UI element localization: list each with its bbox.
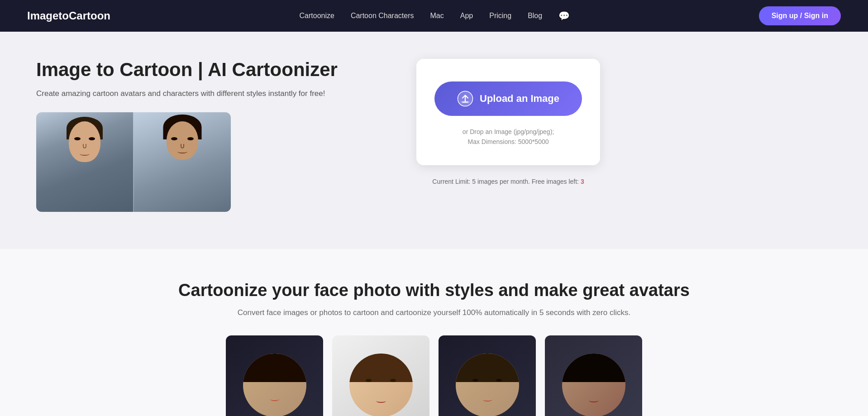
nav-app[interactable]: App (460, 12, 473, 19)
cartoon-card-4[interactable] (545, 335, 642, 416)
nav-blog[interactable]: Blog (528, 12, 542, 19)
chat-icon[interactable]: 💬 (558, 11, 570, 21)
cartoon-card-2[interactable] (332, 335, 429, 416)
hero-title: Image to Cartoon | AI Cartoonizer (36, 59, 389, 81)
logo: ImagetoCartoon (27, 10, 110, 22)
nav-pricing[interactable]: Pricing (489, 12, 511, 19)
cartoon-hair-2 (349, 354, 413, 382)
cartoon-card-3[interactable] (439, 335, 536, 416)
hero-right: Upload an Image or Drop an Image (jpg/pn… (416, 59, 600, 185)
cartoon-face-4 (562, 354, 625, 416)
cartoon-hair-3 (456, 354, 519, 382)
hero-image-collage (36, 112, 231, 212)
sign-up-button[interactable]: Sign up / Sign in (759, 6, 841, 25)
upload-info: or Drop an Image (jpg/png/jpeg);Max Dime… (463, 127, 554, 147)
nav-mac[interactable]: Mac (430, 12, 444, 19)
upload-box: Upload an Image or Drop an Image (jpg/pn… (416, 59, 600, 165)
upload-button[interactable]: Upload an Image (434, 81, 582, 116)
cartoon-face-3 (456, 354, 519, 416)
navbar: ImagetoCartoon Cartoonize Cartoon Charac… (0, 0, 868, 32)
cartoon-gallery (36, 335, 832, 416)
section2-subtitle: Convert face images or photos to cartoon… (36, 308, 832, 317)
person-left (36, 112, 133, 212)
section2: Cartoonize your face photo with styles a… (0, 249, 868, 416)
cartoon-card-1[interactable] (226, 335, 323, 416)
cartoon-hair-1 (243, 354, 306, 382)
svg-rect-1 (461, 101, 470, 104)
current-limit: Current Limit: 5 images per month. Free … (416, 178, 600, 185)
face-left (69, 121, 100, 162)
hero-section: Image to Cartoon | AI Cartoonizer Create… (0, 32, 868, 249)
upload-label: Upload an Image (480, 93, 559, 105)
upload-icon (457, 91, 473, 107)
nav-cartoonize[interactable]: Cartoonize (300, 12, 334, 19)
cartoon-face-1 (243, 354, 306, 416)
hero-left: Image to Cartoon | AI Cartoonizer Create… (36, 59, 389, 212)
hero-subtitle: Create amazing cartoon avatars and chara… (36, 88, 389, 100)
nav-cartoon-characters[interactable]: Cartoon Characters (351, 12, 414, 19)
cartoon-hair-4 (562, 354, 625, 382)
nav-links: Cartoonize Cartoon Characters Mac App Pr… (300, 10, 570, 21)
free-count: 3 (581, 178, 584, 185)
limit-text: Current Limit: 5 images per month. Free … (432, 178, 581, 185)
section2-title: Cartoonize your face photo with styles a… (36, 281, 832, 300)
face-right (167, 121, 198, 160)
person-right (133, 112, 231, 212)
cartoon-face-2 (349, 354, 413, 416)
